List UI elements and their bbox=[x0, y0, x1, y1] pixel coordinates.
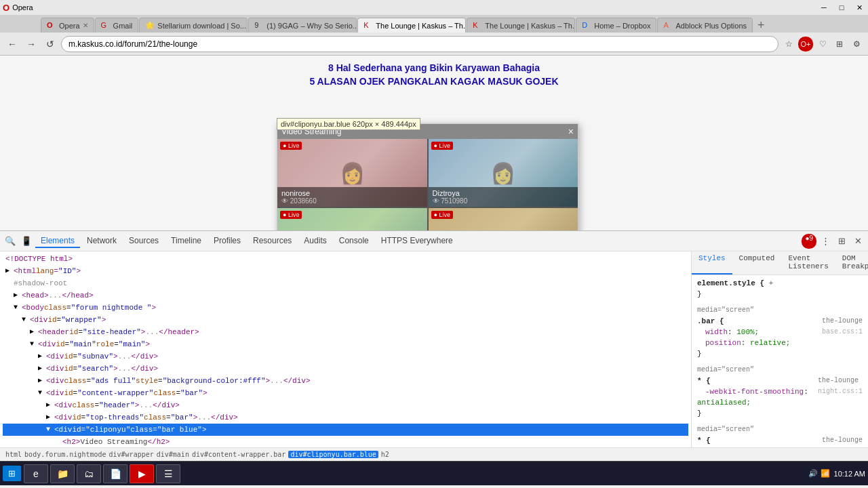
devtools-tab-audits[interactable]: Audits bbox=[298, 235, 332, 248]
expand-arrow[interactable]: ▼ bbox=[30, 338, 38, 350]
start-button[interactable]: ⊞ bbox=[3, 466, 21, 481]
styles-tab-styles[interactable]: Styles bbox=[692, 251, 732, 274]
expand-arrow[interactable]: ▼ bbox=[22, 314, 30, 326]
tree-body[interactable]: ▼ <body class="forum nightmode "> bbox=[3, 302, 688, 314]
popup-close-button[interactable]: × bbox=[568, 126, 574, 137]
breadcrumb-body[interactable]: body.forum.nightmode bbox=[24, 451, 106, 458]
taskbar-pdf-button[interactable]: 📄 bbox=[103, 464, 127, 483]
tree-header[interactable]: ▶ <header id="site-header">...</header> bbox=[3, 326, 688, 338]
breadcrumb-main[interactable]: div#main bbox=[157, 451, 189, 458]
expand-arrow[interactable]: ▶ bbox=[46, 411, 54, 424]
tree-header-div[interactable]: ▶ <div class="header">...</div> bbox=[3, 399, 688, 411]
styles-tab-computed[interactable]: Computed bbox=[732, 251, 782, 274]
tab-lounge1[interactable]: K The Lounge | Kaskus – Th... ✕ bbox=[357, 18, 466, 33]
tree-doctype[interactable]: <!DOCTYPE html> bbox=[3, 253, 688, 265]
taskbar-explorer-button[interactable]: 📁 bbox=[50, 464, 75, 483]
tab-label: Gmail bbox=[113, 22, 133, 30]
expand-arrow[interactable]: ▶ bbox=[38, 375, 46, 387]
tree-search[interactable]: ▶ <div id="search">...</div> bbox=[3, 363, 688, 375]
tree-ads[interactable]: ▶ <div class="ads full" style="backgroun… bbox=[3, 375, 688, 387]
expand-arrow[interactable]: ▶ bbox=[5, 265, 14, 277]
close-button[interactable]: ✕ bbox=[850, 0, 868, 15]
tab-close-icon[interactable]: ✕ bbox=[83, 22, 88, 29]
breadcrumb-html[interactable]: html bbox=[5, 451, 22, 458]
devtools-dock-button[interactable]: ⊞ bbox=[834, 234, 849, 249]
devtools-device-button[interactable]: 📱 bbox=[19, 234, 34, 249]
styles-tab-event-listeners[interactable]: Event Listeners bbox=[781, 251, 835, 274]
expand-arrow[interactable]: ▼ bbox=[46, 424, 54, 436]
breadcrumb-cliponyu[interactable]: div#cliponyu.bar.blue bbox=[288, 451, 378, 458]
breadcrumb-h2[interactable]: h2 bbox=[381, 451, 389, 458]
devtools-tab-resources[interactable]: Resources bbox=[248, 235, 297, 248]
tree-main[interactable]: ▼ <div id="main" role="main"> bbox=[3, 338, 688, 350]
html-tree: <!DOCTYPE html> ▶ <html lang="ID"> #shad… bbox=[0, 251, 691, 447]
article-link-1[interactable]: 8 Hal Sederhana yang Bikin Karyawan Baha… bbox=[0, 62, 868, 73]
devtools-tab-network[interactable]: Network bbox=[81, 235, 122, 248]
expand-arrow[interactable]: ▼ bbox=[38, 387, 46, 399]
tab-opera[interactable]: O Opera ✕ bbox=[41, 18, 94, 33]
tree-h2[interactable]: <h2>Video Streaming</h2> bbox=[3, 436, 688, 447]
add-style-button[interactable]: + bbox=[769, 279, 773, 287]
source-link-2[interactable]: the-loungenight.css:1 bbox=[818, 375, 863, 397]
devtools-tab-sources[interactable]: Sources bbox=[123, 235, 164, 248]
tab-dropbox[interactable]: D Home – Dropbox bbox=[576, 18, 656, 33]
devtools-tab-https[interactable]: HTTPS Everywhere bbox=[376, 235, 458, 248]
breadcrumb-wrapper[interactable]: div#wrapper bbox=[109, 451, 154, 458]
tree-html[interactable]: ▶ <html lang="ID"> bbox=[3, 265, 688, 277]
tree-top-threads[interactable]: ▶ <div id="top-threads" class="bar">...<… bbox=[3, 411, 688, 424]
devtools-close-button[interactable]: ✕ bbox=[850, 234, 865, 249]
tree-head[interactable]: ▶ <head>...</head> bbox=[3, 289, 688, 302]
tab-lounge2[interactable]: K The Lounge | Kaskus – Th... bbox=[467, 18, 575, 33]
article-link-2[interactable]: 5 ALASAN OJEK PANGKALAN KAGAK MASUK GOJE… bbox=[0, 76, 868, 87]
devtools-tab-profiles[interactable]: Profiles bbox=[208, 235, 246, 248]
back-button[interactable]: ← bbox=[4, 36, 20, 52]
address-bar[interactable]: m.kaskus.co.id/forum/21/the-lounge bbox=[61, 36, 778, 52]
tree-content-wrapper[interactable]: ▼ <div id="content-wrapper" class="bar"> bbox=[3, 387, 688, 399]
devtools-tab-elements[interactable]: Elements bbox=[35, 235, 80, 248]
maximize-button[interactable]: □ bbox=[833, 0, 850, 15]
video-cell-2[interactable]: 👩 ● Live Diztroya 👁 7510980 bbox=[429, 139, 578, 207]
video-cell-3[interactable]: 👩 ● Live Gina Mannequin bbox=[277, 208, 427, 230]
taskbar-ie-button[interactable]: e bbox=[24, 464, 48, 483]
tree-cliponyu[interactable]: ▼ <div id="cliponyu" class="bar blue"> bbox=[3, 424, 688, 436]
taskbar-media-button[interactable]: ▶ bbox=[130, 464, 154, 483]
breadcrumb-content-wrapper[interactable]: div#content-wrapper.bar bbox=[192, 451, 285, 458]
speed-dial-button[interactable]: ⊞ bbox=[832, 37, 847, 52]
expand-arrow[interactable]: ▶ bbox=[46, 399, 54, 411]
reload-button[interactable]: ↺ bbox=[42, 36, 58, 52]
title-bar-text: Opera bbox=[12, 3, 33, 12]
taskbar-extra-button[interactable]: ☰ bbox=[156, 464, 180, 483]
video-cell-1[interactable]: 👩 ● Live nonirose 👁 2038660 bbox=[277, 139, 427, 207]
tree-shadow[interactable]: #shadow-root bbox=[3, 277, 688, 289]
selector-star-1: * { bbox=[697, 377, 711, 385]
expand-arrow[interactable]: ▼ bbox=[14, 302, 22, 314]
expand-arrow[interactable]: ▶ bbox=[38, 350, 46, 363]
body-tag: <body bbox=[22, 302, 44, 314]
heart-button[interactable]: ♡ bbox=[815, 37, 830, 52]
source-link-3[interactable]: the-loungebase.css:1 bbox=[822, 435, 863, 447]
tab-9gag[interactable]: 9 (1) 9GAG – Why So Serio... bbox=[248, 18, 357, 33]
forward-button[interactable]: → bbox=[23, 36, 39, 52]
devtools-tab-timeline[interactable]: Timeline bbox=[165, 235, 207, 248]
devtools-settings-button[interactable]: ⋮ bbox=[818, 234, 833, 249]
devtools-tab-console[interactable]: Console bbox=[334, 235, 374, 248]
tab-gmail[interactable]: G Gmail bbox=[95, 18, 139, 33]
devtools-inspect-button[interactable]: 🔍 bbox=[3, 234, 18, 249]
styles-tab-dom-breakpoints[interactable]: DOM Breakpoints bbox=[835, 251, 868, 274]
video-cell-4[interactable]: 👩 ● Live Keyla Mannequin bbox=[429, 208, 578, 230]
expand-arrow[interactable]: ▶ bbox=[30, 326, 38, 338]
settings-button[interactable]: ⚙ bbox=[849, 37, 864, 52]
source-link-1[interactable]: the-loungebase.css:1 bbox=[822, 316, 863, 338]
new-tab-button[interactable]: + bbox=[753, 18, 769, 33]
expand-arrow[interactable]: ▶ bbox=[14, 289, 22, 302]
opera-badge[interactable]: O+ bbox=[798, 37, 813, 52]
tab-adblock[interactable]: A Adblock Plus Options bbox=[657, 18, 753, 33]
bookmark-button[interactable]: ☆ bbox=[781, 37, 796, 52]
tab-stellarium[interactable]: 🌟 Stellarium download | So... bbox=[139, 18, 248, 33]
taskbar-folder-button[interactable]: 🗂 bbox=[77, 464, 101, 483]
tree-subnav[interactable]: ▶ <div id="subnav">...</div> bbox=[3, 350, 688, 363]
style-media-base: media="screen" * { the-loungebase.css:1 … bbox=[697, 424, 863, 447]
expand-arrow[interactable]: ▶ bbox=[38, 363, 46, 375]
minimize-button[interactable]: ─ bbox=[815, 0, 833, 15]
tree-wrapper[interactable]: ▼ <div id="wrapper"> bbox=[3, 314, 688, 326]
